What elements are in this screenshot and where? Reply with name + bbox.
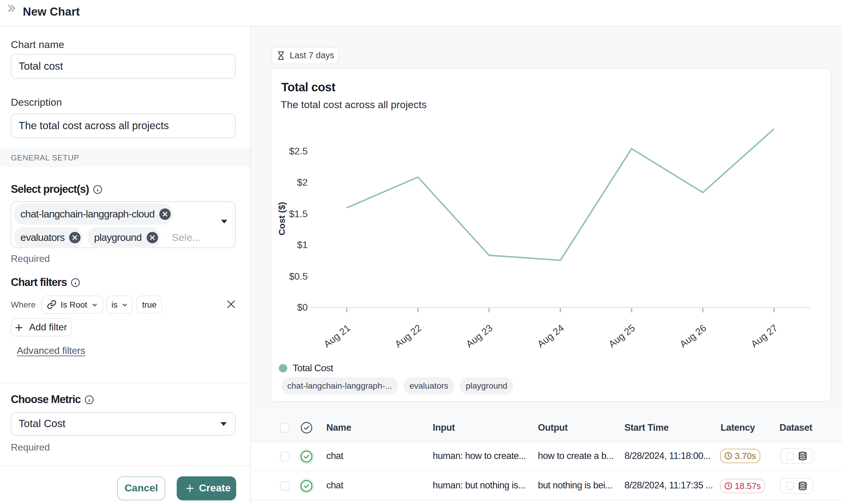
svg-text:Aug 23: Aug 23	[464, 322, 495, 349]
svg-text:Aug 25: Aug 25	[607, 322, 637, 349]
svg-text:Aug 24: Aug 24	[535, 322, 566, 349]
svg-text:$1.5: $1.5	[289, 209, 308, 219]
svg-text:Aug 22: Aug 22	[393, 322, 423, 349]
svg-text:$1: $1	[297, 239, 308, 250]
svg-text:Aug 21: Aug 21	[321, 322, 352, 349]
svg-text:Cost ($): Cost ($)	[277, 202, 287, 235]
svg-text:$2.5: $2.5	[289, 146, 308, 157]
svg-text:Aug 27: Aug 27	[749, 322, 779, 349]
svg-text:Aug 26: Aug 26	[678, 322, 708, 349]
svg-text:$2: $2	[297, 177, 308, 188]
svg-text:$0.5: $0.5	[289, 271, 308, 282]
svg-text:$0: $0	[297, 302, 308, 313]
